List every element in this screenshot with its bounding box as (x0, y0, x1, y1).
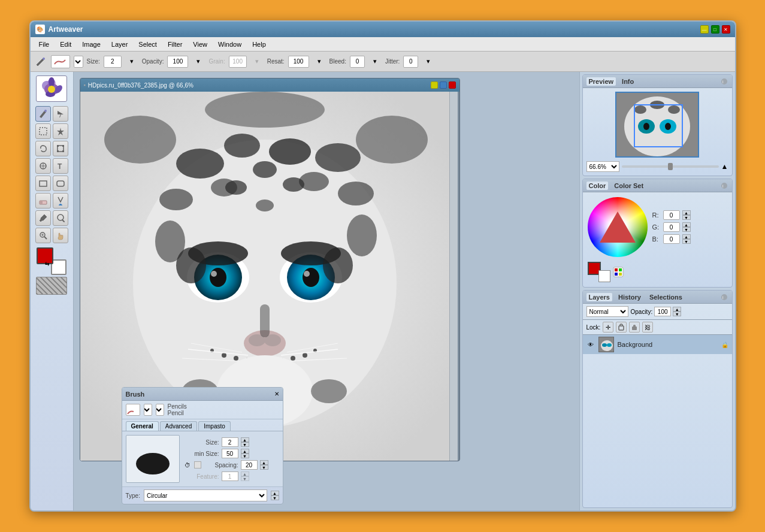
resat-dropdown-icon[interactable]: ▾ (313, 55, 326, 68)
layer-link-btn[interactable]: ⛓ (642, 322, 653, 332)
g-down[interactable]: ▼ (682, 227, 691, 232)
layers-tab[interactable]: Layers (586, 293, 612, 301)
minimize-button[interactable]: — (700, 25, 709, 34)
g-up[interactable]: ▲ (682, 222, 691, 227)
color-picker-btn[interactable] (613, 267, 624, 277)
toolbar-brush-icon[interactable] (34, 55, 47, 68)
menu-layer[interactable]: Layer (107, 40, 133, 49)
doc-minimize-btn[interactable] (431, 81, 438, 89)
clone-tool[interactable] (35, 158, 51, 174)
brush-tool[interactable] (35, 106, 51, 122)
brush-category-select[interactable] (74, 56, 83, 68)
spacing-checkbox[interactable] (194, 461, 201, 468)
brush-type-up[interactable]: ▲ (271, 491, 279, 495)
brush-next-btn[interactable] (156, 404, 164, 416)
info-tab[interactable]: Info (619, 77, 636, 86)
blend-mode-select[interactable]: Normal (586, 306, 628, 317)
preview-tab[interactable]: Preview (586, 77, 616, 86)
menu-file[interactable]: File (34, 40, 55, 49)
opacity-down[interactable]: ▼ (673, 312, 681, 316)
close-button[interactable]: ✕ (722, 25, 730, 34)
brush-spacing-spinner[interactable]: ▲ ▼ (260, 460, 268, 470)
bleed-dropdown-icon[interactable]: ▾ (368, 55, 382, 68)
opacity-input[interactable] (654, 307, 671, 316)
rectangle-tool[interactable] (35, 176, 51, 191)
doc-maximize-btn[interactable] (440, 81, 447, 89)
zoom-expand-btn[interactable]: ▲ (721, 162, 728, 171)
zoom-select[interactable]: 66.6% (586, 161, 619, 172)
color-set-tab[interactable]: Color Set (612, 182, 646, 190)
brush-spacing-up[interactable]: ▲ (260, 460, 268, 465)
doc-close-btn[interactable] (449, 81, 456, 89)
brush-type-select[interactable]: Circular (144, 489, 267, 501)
lock-all-btn[interactable] (629, 322, 640, 332)
eraser-tool[interactable] (35, 193, 51, 208)
brush-feature-up[interactable]: ▲ (241, 471, 249, 476)
brush-min-size-input[interactable] (222, 449, 238, 458)
brush-type-down[interactable]: ▼ (271, 495, 279, 500)
brush-size-down[interactable]: ▼ (241, 442, 249, 447)
brush-tab-general[interactable]: General (126, 421, 159, 431)
brush-min-size-down[interactable]: ▼ (241, 454, 249, 458)
layer-visibility-icon[interactable]: 👁 (586, 340, 595, 349)
layers-panel-close[interactable]: i (720, 293, 728, 301)
color-tab[interactable]: Color (586, 182, 609, 190)
eyedropper-tool[interactable] (35, 210, 51, 226)
menu-view[interactable]: View (188, 40, 212, 49)
zoom-tool[interactable] (35, 228, 51, 243)
marquee-tool[interactable] (35, 123, 51, 139)
menu-window[interactable]: Window (213, 40, 246, 49)
brush-feature-down[interactable]: ▼ (241, 476, 249, 481)
swap-colors-icon[interactable]: ⇆ (45, 261, 50, 267)
lock-pixels-btn[interactable] (616, 322, 627, 332)
resat-input[interactable] (288, 56, 309, 68)
menu-image[interactable]: Image (77, 40, 105, 49)
b-spinner[interactable]: ▲ ▼ (682, 234, 691, 244)
hand-tool[interactable] (53, 228, 68, 243)
zoom-slider[interactable] (622, 165, 719, 168)
b-down[interactable]: ▼ (682, 239, 691, 244)
brush-spacing-input[interactable] (241, 460, 258, 470)
menu-edit[interactable]: Edit (55, 40, 76, 49)
text-tool[interactable]: T (53, 158, 68, 174)
r-down[interactable]: ▼ (682, 215, 691, 220)
menu-help[interactable]: Help (247, 40, 271, 49)
brush-preview-selector[interactable] (51, 55, 70, 68)
jitter-input[interactable] (403, 56, 418, 68)
doc-scrollbar-vertical[interactable] (449, 92, 458, 461)
preview-panel-close[interactable]: i (720, 77, 728, 86)
r-up[interactable]: ▲ (682, 210, 691, 215)
selections-tab[interactable]: Selections (647, 293, 685, 301)
color-panel-close[interactable]: i (720, 182, 728, 190)
bg-swatch[interactable] (598, 270, 610, 282)
brush-spacing-down[interactable]: ▼ (260, 465, 268, 470)
history-tab[interactable]: History (616, 293, 643, 301)
opacity-spinner[interactable]: ▲ ▼ (673, 307, 681, 316)
bleed-input[interactable] (350, 56, 365, 68)
brush-size-input[interactable] (222, 437, 238, 447)
brush-feature-input[interactable] (222, 471, 238, 481)
opacity-input[interactable] (167, 56, 188, 68)
opacity-up[interactable]: ▲ (673, 307, 681, 312)
r-input[interactable] (663, 210, 680, 220)
jitter-dropdown-icon[interactable]: ▾ (422, 55, 435, 68)
brush-size-up[interactable]: ▲ (241, 437, 249, 442)
menu-filter[interactable]: Filter (163, 40, 187, 49)
brush-tab-impasto[interactable]: Impasto (198, 421, 231, 431)
transform-tool[interactable] (53, 141, 68, 156)
r-spinner[interactable]: ▲ ▼ (682, 210, 691, 220)
lock-position-btn[interactable]: ✛ (603, 322, 613, 332)
magic-wand-tool[interactable] (53, 123, 68, 139)
g-input[interactable] (663, 222, 680, 232)
size-input[interactable] (104, 56, 122, 68)
lasso-tool[interactable] (35, 141, 51, 156)
layer-background[interactable]: 👁 Background 🔒 (583, 335, 732, 354)
brush-min-size-spinner[interactable]: ▲ ▼ (241, 449, 249, 458)
g-spinner[interactable]: ▲ ▼ (682, 222, 691, 232)
grain-input[interactable] (229, 56, 247, 68)
brush-min-size-up[interactable]: ▲ (241, 449, 249, 454)
b-up[interactable]: ▲ (682, 234, 691, 239)
color-wheel[interactable] (588, 197, 648, 257)
texture-preview[interactable] (36, 277, 67, 295)
brush-feature-spinner[interactable]: ▲ ▼ (241, 471, 249, 481)
